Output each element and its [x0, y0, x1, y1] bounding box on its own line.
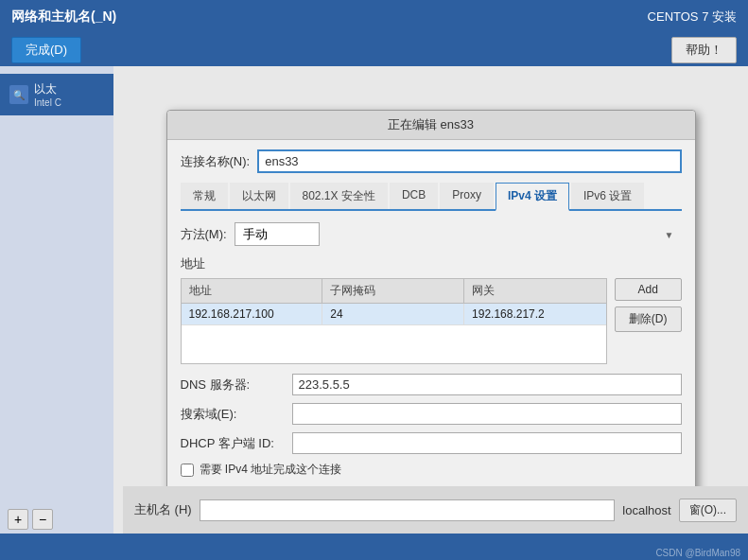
dns-label: DNS 服务器:	[181, 376, 285, 394]
tab-ethernet[interactable]: 以太网	[230, 183, 288, 209]
dhcp-input[interactable]	[292, 432, 682, 454]
tab-proxy[interactable]: Proxy	[440, 183, 494, 209]
dialog-title: 正在编辑 ens33	[388, 117, 474, 131]
second-bar: 完成(D) 帮助！	[0, 34, 748, 66]
tab-dcb[interactable]: DCB	[390, 183, 438, 209]
hostname-label: 主机名 (H)	[134, 501, 192, 518]
sidebar-bottom: + −	[0, 505, 113, 534]
delete-button[interactable]: 删除(D)	[615, 306, 682, 332]
config-button[interactable]: 窗(O)...	[679, 499, 737, 522]
add-network-button[interactable]: +	[8, 509, 28, 530]
address-table-wrapper: 地址 子网掩码 网关 192.168.217.100 24 192.168.21…	[181, 278, 682, 364]
address-buttons: Add 删除(D)	[615, 278, 682, 364]
search-domain-label: 搜索域(E):	[181, 406, 285, 423]
tab-ipv6[interactable]: IPv6 设置	[571, 183, 644, 209]
ipv4-required-label[interactable]: 需要 IPv4 地址完成这个连接	[200, 462, 342, 478]
col-header-gateway: 网关	[464, 279, 606, 303]
network-icon: 🔍	[9, 85, 28, 104]
sidebar-item-ethernet[interactable]: 🔍 以太 Intel C	[0, 74, 113, 115]
bottom-bar	[0, 534, 748, 560]
dns-input[interactable]	[292, 374, 682, 395]
watermark: CSDN @BirdMan98	[655, 548, 740, 558]
cell-gateway: 192.168.217.2	[464, 304, 606, 324]
method-label: 方法(M):	[181, 226, 227, 243]
top-bar: 网络和主机名(_N) CENTOS 7 安装	[0, 0, 748, 34]
tab-ipv4[interactable]: IPv4 设置	[496, 183, 569, 211]
hostname-value: localhost	[622, 503, 670, 517]
connection-name-row: 连接名称(N):	[181, 149, 682, 173]
col-header-subnet: 子网掩码	[322, 279, 464, 303]
dialog-titlebar: 正在编辑 ens33	[167, 111, 695, 140]
address-table: 地址 子网掩码 网关 192.168.217.100 24 192.168.21…	[181, 278, 607, 364]
tab-general[interactable]: 常规	[181, 183, 228, 209]
sidebar-item-sublabel: Intel C	[34, 97, 61, 108]
centos-label: CENTOS 7 安装	[648, 9, 737, 26]
connection-name-input[interactable]	[257, 149, 681, 173]
top-bar-title: 网络和主机名(_N)	[11, 9, 116, 26]
ipv4-required-checkbox[interactable]	[181, 464, 194, 477]
cell-subnet: 24	[322, 304, 464, 324]
method-row: 方法(M): 手动 自动(DHCP)	[181, 222, 682, 246]
add-button[interactable]: Add	[615, 278, 682, 301]
tab-802-1x[interactable]: 802.1X 安全性	[290, 183, 388, 209]
hostname-input[interactable]	[200, 499, 616, 521]
complete-button[interactable]: 完成(D)	[11, 37, 81, 63]
hostname-area: 主机名 (H) localhost 窗(O)...	[123, 486, 748, 534]
address-table-row[interactable]: 192.168.217.100 24 192.168.217.2	[182, 304, 606, 325]
cell-address: 192.168.217.100	[182, 304, 323, 324]
connection-name-label: 连接名称(N):	[181, 153, 251, 170]
col-header-address: 地址	[182, 279, 323, 303]
address-table-empty	[182, 325, 606, 363]
address-table-header: 地址 子网掩码 网关	[182, 279, 606, 304]
help-button[interactable]: 帮助！	[671, 37, 737, 63]
sidebar-item-label: 以太	[34, 81, 61, 97]
dns-row: DNS 服务器:	[181, 374, 682, 395]
checkbox-row: 需要 IPv4 地址完成这个连接	[181, 462, 682, 478]
method-select-wrapper: 手动 自动(DHCP)	[235, 222, 682, 246]
method-select[interactable]: 手动 自动(DHCP)	[235, 222, 320, 246]
search-domain-row: 搜索域(E):	[181, 403, 682, 425]
dialog-content: 连接名称(N): 常规 以太网 802.1X 安全性 DCB Proxy IPv…	[167, 140, 695, 530]
sidebar: 🔍 以太 Intel C	[0, 66, 113, 560]
dhcp-row: DHCP 客户端 ID:	[181, 432, 682, 454]
search-domain-input[interactable]	[292, 403, 682, 425]
tabs: 常规 以太网 802.1X 安全性 DCB Proxy IPv4 设置 IPv6…	[181, 183, 682, 211]
remove-network-button[interactable]: −	[32, 509, 53, 530]
dhcp-label: DHCP 客户端 ID:	[181, 435, 285, 452]
address-section-label: 地址	[181, 255, 682, 272]
